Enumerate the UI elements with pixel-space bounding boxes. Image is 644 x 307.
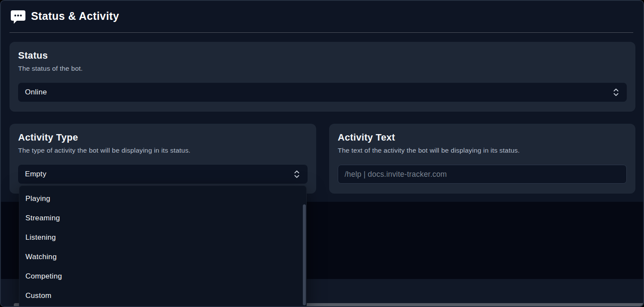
activity-type-select-value: Empty: [25, 165, 47, 184]
activity-text-card-title: Activity Text: [338, 132, 395, 143]
status-card-title: Status: [18, 50, 48, 61]
activity-type-card-title: Activity Type: [18, 132, 78, 143]
dropdown-option-listening[interactable]: Listening: [19, 228, 306, 247]
activity-text-card: Activity Text The text of the activity t…: [329, 124, 635, 194]
status-activity-page: Status & Activity Status The status of t…: [0, 0, 644, 307]
activity-type-dropdown: Playing Streaming Listening Watching Com…: [19, 185, 307, 306]
activity-type-card: Activity Type The type of activity the b…: [9, 124, 316, 194]
chevron-updown-icon: [613, 88, 619, 97]
dropdown-option-playing[interactable]: Playing: [19, 189, 306, 208]
chat-bubble-icon: [10, 9, 26, 25]
activity-text-card-description: The text of the activity the bot will be…: [338, 147, 520, 154]
dropdown-option-competing[interactable]: Competing: [19, 266, 306, 286]
header-divider: [9, 32, 633, 33]
status-select[interactable]: Online: [18, 83, 627, 102]
dropdown-option-watching[interactable]: Watching: [19, 247, 306, 266]
dropdown-option-streaming[interactable]: Streaming: [19, 208, 306, 228]
dropdown-scrollbar-thumb[interactable]: [303, 204, 306, 305]
activity-type-select[interactable]: Empty: [18, 165, 308, 184]
activity-type-card-description: The type of activity the bot will be dis…: [18, 147, 190, 154]
activity-text-input[interactable]: [338, 165, 627, 184]
dropdown-option-custom[interactable]: Custom: [19, 286, 306, 305]
page-title: Status & Activity: [31, 10, 119, 22]
status-card-description: The status of the bot.: [18, 65, 83, 72]
chevron-updown-icon: [294, 170, 300, 179]
status-card: Status The status of the bot. Online: [9, 42, 635, 112]
status-select-value: Online: [25, 83, 47, 102]
